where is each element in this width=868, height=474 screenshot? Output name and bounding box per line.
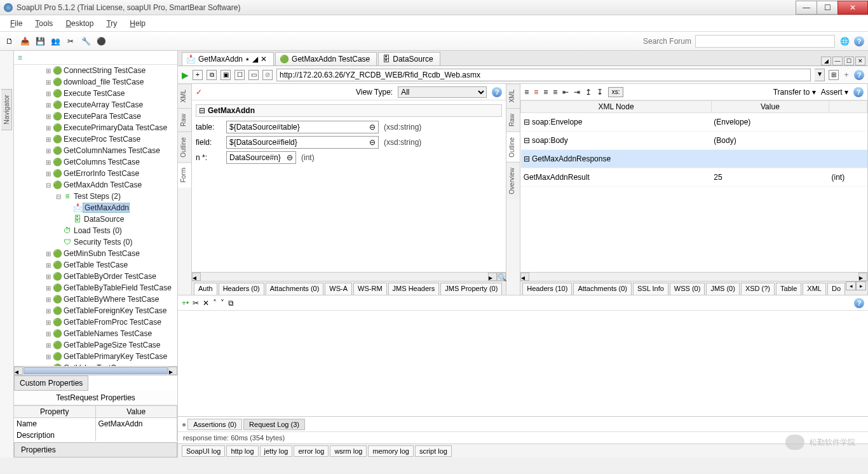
indent-icon[interactable]: ⇤: [562, 88, 569, 97]
clone-icon[interactable]: ⧉: [207, 70, 217, 80]
align-left-icon[interactable]: ≡: [524, 88, 529, 97]
form-help-icon[interactable]: ?: [492, 87, 502, 97]
document-tab[interactable]: 🗄DataSource: [378, 52, 440, 65]
online-help-icon[interactable]: 🌐: [839, 36, 850, 47]
document-tab[interactable]: 🟢GetMaxAddn TestCase: [275, 52, 377, 65]
view-tab-raw[interactable]: Raw: [506, 108, 520, 132]
validate-icon[interactable]: ✓: [196, 88, 202, 97]
tree-node[interactable]: ⊞🟢GetColumnNames TestCase: [14, 145, 177, 156]
down2-icon[interactable]: ˅: [220, 299, 224, 308]
inspector-tab[interactable]: WS-A: [325, 283, 352, 295]
tabs-right-icon[interactable]: ▸: [856, 281, 866, 290]
proxy-icon[interactable]: ⚫: [95, 36, 107, 47]
inspector-tab[interactable]: Table: [776, 283, 801, 295]
properties-tab[interactable]: Properties: [14, 442, 177, 457]
view-tab-outline[interactable]: Outline: [178, 132, 191, 163]
new-icon[interactable]: 🗋: [4, 36, 15, 47]
log-tab[interactable]: SoapUI log: [182, 445, 225, 457]
view-tab-xml[interactable]: XML: [178, 84, 191, 108]
tree-node[interactable]: ⊞🟢GetMinSubn TestCase: [14, 248, 177, 259]
tree-node[interactable]: ⊞🟢GetTableFromProc TestCase: [14, 316, 177, 328]
endpoint-input[interactable]: [276, 69, 811, 81]
menu-file[interactable]: File: [5, 18, 27, 29]
form-input[interactable]: ${DataSource#table}⊖: [226, 121, 379, 133]
help-icon[interactable]: ?: [854, 36, 864, 46]
inspector-tab[interactable]: WS-RM: [353, 283, 387, 295]
tree-node[interactable]: ⊞🟢GetTable TestCase: [14, 259, 177, 271]
cut-icon[interactable]: ✂: [65, 36, 76, 47]
assert-dropdown[interactable]: Assert ▾: [821, 88, 848, 97]
log-tab[interactable]: http log: [226, 445, 258, 457]
tree-node[interactable]: ⊞🟢GetColumns TestCase: [14, 156, 177, 168]
up2-icon[interactable]: ˄: [213, 299, 217, 308]
align-r-icon[interactable]: ≡: [553, 88, 557, 97]
tree-node[interactable]: ⊞🟢ExecutePrimaryData TestCase: [14, 122, 177, 133]
run-icon[interactable]: ▶: [182, 70, 189, 80]
val-name[interactable]: GetMaxAddn: [96, 418, 177, 430]
request-log-tab[interactable]: Request Log (3): [243, 419, 305, 430]
undock-icon[interactable]: ◢: [252, 55, 258, 64]
up-icon[interactable]: ↥: [585, 88, 592, 97]
form-icon[interactable]: ▣: [220, 70, 231, 80]
inspector-tab[interactable]: JMS Property (0): [440, 283, 502, 295]
tree-node[interactable]: ⏱Load Tests (0): [14, 225, 177, 236]
response-xml-table[interactable]: XML Node Value ⊟ soap:Envelope(Envelope)…: [520, 100, 867, 187]
menu-tools[interactable]: Tools: [30, 18, 58, 29]
minimize-button[interactable]: —: [796, 1, 817, 15]
xml-row[interactable]: GetMaxAddnResult25(int): [521, 168, 867, 186]
import-icon[interactable]: 📥: [19, 36, 31, 47]
users-icon[interactable]: 👥: [50, 36, 61, 47]
tree-node[interactable]: ⊞🟢GetTableByWhere TestCase: [14, 294, 177, 305]
inspector-tab[interactable]: Headers (10): [522, 283, 572, 295]
inspector-tab[interactable]: XSD (?): [741, 283, 775, 295]
inspector-tab[interactable]: SSL Info: [633, 283, 668, 295]
align-c-icon[interactable]: ≡: [543, 88, 548, 97]
tree-node[interactable]: ⊞🟢GetTablePageSize TestCase: [14, 339, 177, 351]
document-tab[interactable]: 📩GetMaxAddn٭◢✕: [182, 52, 274, 65]
req-hscroll[interactable]: ◂▸🔍: [192, 272, 506, 281]
tabs-left-icon[interactable]: ◂: [846, 281, 856, 290]
raw-icon[interactable]: ⊘: [262, 70, 273, 80]
inspector-tab[interactable]: Attachments (0): [573, 283, 632, 295]
search-input[interactable]: [695, 35, 835, 48]
inspector-tab[interactable]: Do: [827, 283, 845, 295]
inspector-tab[interactable]: XML: [803, 283, 826, 295]
tree-node[interactable]: ⊟≡Test Steps (2): [14, 191, 177, 202]
tree-node[interactable]: ⊞🟢Execute TestCase: [14, 88, 177, 99]
xml-row[interactable]: ⊟ GetMaxAddnResponse: [521, 149, 867, 168]
endpoint-dropdown[interactable]: ▾: [815, 69, 825, 81]
inspector-tab[interactable]: WSS (0): [670, 283, 705, 295]
save-icon[interactable]: 💾: [34, 36, 46, 47]
xml-row[interactable]: ⊟ soap:Body(Body): [521, 131, 867, 149]
tree-node[interactable]: ⊞🟢GetTablePrimaryKey TestCase: [14, 351, 177, 362]
assertions-tab[interactable]: Assertions (0): [187, 419, 242, 430]
view-tab-outline[interactable]: Outline: [506, 132, 520, 163]
menu-desktop[interactable]: Desktop: [60, 18, 98, 29]
operation-header[interactable]: ⊟ GetMaxAddn: [196, 104, 502, 117]
tree-node[interactable]: ⊞🟢GetTableByOrder TestCase: [14, 271, 177, 282]
form-input[interactable]: ${DataSource#field}⊖: [226, 136, 379, 149]
log-tab[interactable]: script log: [415, 445, 452, 457]
close-button[interactable]: ✕: [837, 1, 868, 15]
maximize-button[interactable]: ☐: [817, 1, 838, 15]
xml-row[interactable]: ⊟ soap:Envelope(Envelope): [521, 113, 867, 132]
tree-node[interactable]: ⊞🟢ExecuteArray TestCase: [14, 99, 177, 111]
navigator-tab[interactable]: Navigator: [1, 89, 12, 130]
resp-hscroll[interactable]: ◂▸: [520, 272, 867, 281]
cut2-icon[interactable]: ✂: [193, 299, 199, 308]
val-desc[interactable]: [96, 430, 177, 432]
resp-help-icon[interactable]: ?: [853, 87, 864, 97]
xs-button[interactable]: xs:: [608, 87, 623, 97]
tree-node[interactable]: 🗄DataSource: [14, 213, 177, 225]
custom-props-tab[interactable]: Custom Properties: [14, 376, 88, 391]
tree-node[interactable]: ⊞🟢ConnectString TestCase: [14, 65, 177, 76]
layout-icon[interactable]: ▭: [248, 70, 259, 80]
form-input[interactable]: DataSource#n}⊖: [226, 151, 296, 164]
outdent-icon[interactable]: ⇥: [574, 88, 580, 97]
max-editor-icon[interactable]: ☐: [844, 57, 854, 65]
inspector-help-icon[interactable]: ?: [854, 298, 864, 308]
list-icon[interactable]: ≡: [18, 53, 27, 62]
plus-icon[interactable]: ＋: [843, 69, 850, 80]
tree-scrollbar[interactable]: ◂▸: [14, 366, 177, 375]
remove-icon[interactable]: ✕: [203, 299, 209, 308]
